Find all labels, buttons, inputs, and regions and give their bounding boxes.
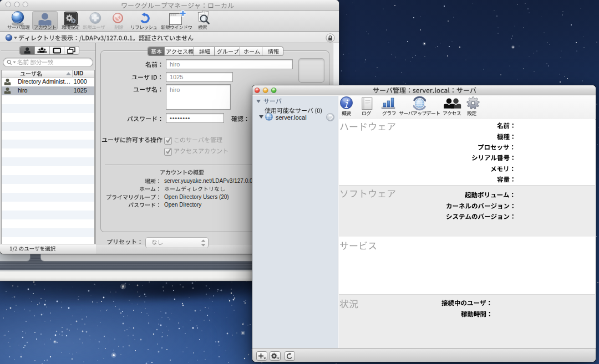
tab-info[interactable] [262, 47, 283, 55]
titlebar[interactable] [0, 0, 339, 11]
name-field[interactable] [166, 60, 292, 69]
user-list [1, 70, 95, 244]
segment-users[interactable] [20, 47, 35, 54]
list-stripes [2, 95, 94, 244]
divider [95, 43, 96, 254]
segment-groups[interactable] [35, 47, 50, 54]
checkbox-access-account[interactable] [165, 148, 171, 155]
section-services [339, 237, 595, 294]
bottom-bar [252, 348, 596, 362]
preset-popup[interactable] [146, 238, 208, 248]
shortname-field[interactable] [166, 85, 230, 109]
segment-computers[interactable] [50, 47, 65, 54]
tab-basic[interactable] [148, 47, 165, 55]
tab-groups[interactable] [215, 47, 240, 55]
toolbar [339, 96, 596, 120]
add-server-button[interactable] [257, 352, 267, 360]
table-row-selected[interactable] [2, 86, 94, 95]
sidebar [252, 96, 338, 349]
screen: UIDDirectory Administ…1000hiro1025hiro10… [0, 0, 599, 364]
sidebar-footer [0, 244, 96, 254]
titlebar[interactable] [252, 85, 596, 95]
toolbar-selected-highlight [32, 11, 58, 30]
section-status [339, 294, 595, 348]
tab-home[interactable] [240, 47, 262, 55]
tab-access[interactable] [165, 47, 194, 55]
tab-advanced[interactable] [194, 47, 215, 55]
table-row[interactable] [2, 78, 94, 86]
column-divider [72, 70, 73, 78]
segment-computer-groups[interactable] [64, 47, 79, 54]
statusbar [0, 32, 339, 43]
tab-bar [148, 47, 283, 55]
refresh-button[interactable] [285, 352, 295, 360]
password-field[interactable] [166, 114, 224, 122]
picture-well[interactable] [299, 59, 324, 82]
section-software [339, 185, 595, 237]
server-admin-window [252, 85, 596, 362]
uid-field[interactable] [166, 73, 232, 81]
section-hardware [339, 119, 595, 185]
action-button[interactable] [270, 352, 280, 360]
search-input[interactable] [3, 58, 93, 66]
list-header[interactable] [2, 70, 94, 78]
checkbox-manage-server[interactable] [165, 137, 171, 144]
sidebar-view-switcher [20, 47, 79, 54]
